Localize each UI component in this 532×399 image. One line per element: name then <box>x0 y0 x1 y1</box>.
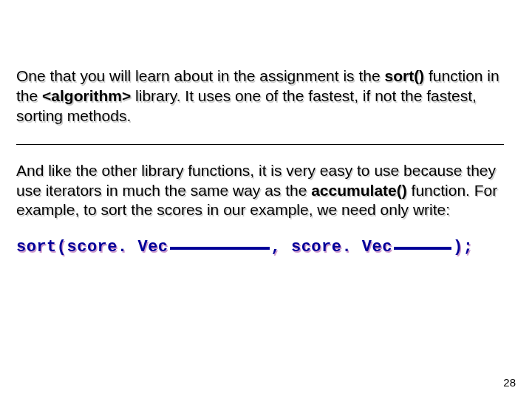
code-example: sort(score. Vec, score. Vec); <box>16 238 519 256</box>
bold-sort: sort() <box>384 67 424 84</box>
page-number: 28 <box>503 376 516 389</box>
code-fragment: , score. Vec <box>271 238 392 256</box>
bold-accumulate: accumulate() <box>311 182 407 199</box>
text: One that you will learn about in the ass… <box>16 67 384 84</box>
paragraph-1: One that you will learn about in the ass… <box>16 66 519 126</box>
code-fragment: ); <box>453 238 473 256</box>
code-fragment: sort(score. Vec <box>16 238 168 256</box>
paragraph-2: And like the other library functions, it… <box>16 161 519 221</box>
divider <box>16 144 504 145</box>
bold-algorithm: <algorithm> <box>42 87 131 104</box>
blank-fill-1 <box>170 247 270 250</box>
blank-fill-2 <box>394 247 451 250</box>
